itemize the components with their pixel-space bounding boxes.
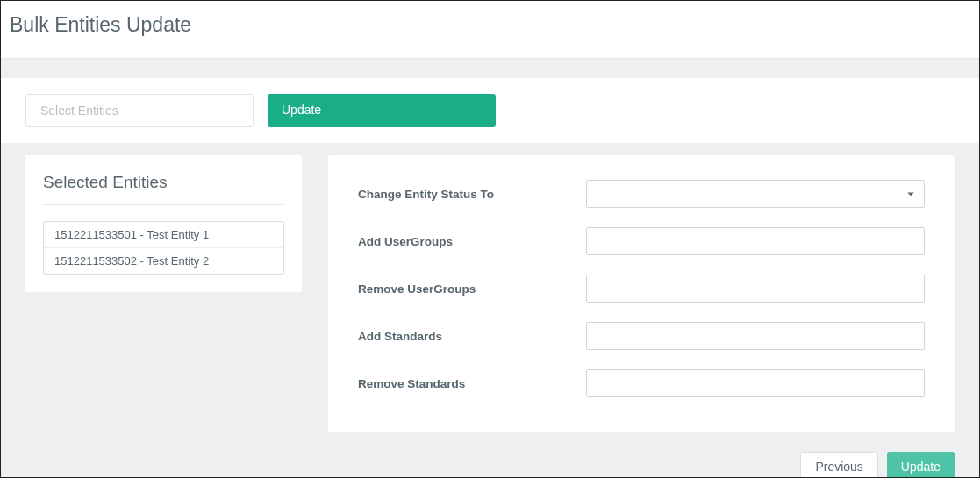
row-change-status: Change Entity Status To: [358, 180, 925, 208]
footer-actions: Previous Update: [1, 445, 979, 478]
tab-update[interactable]: Update: [268, 94, 496, 127]
field-remove-standards: [586, 369, 925, 397]
update-button[interactable]: Update: [887, 452, 955, 478]
content-area: Selected Entities 1512211533501 - Test E…: [1, 143, 979, 445]
field-add-usergroups: [586, 227, 925, 255]
entity-list: 1512211533501 - Test Entity 1 1512211533…: [43, 221, 284, 275]
page-header: Bulk Entities Update: [1, 1, 979, 59]
tab-select-entities[interactable]: Select Entities: [25, 94, 254, 127]
panel-divider: [43, 204, 284, 205]
field-change-status: [586, 180, 925, 208]
update-form-panel: Change Entity Status To Add UserGroups R…: [328, 155, 955, 432]
label-change-status: Change Entity Status To: [358, 188, 586, 201]
label-add-standards: Add Standards: [358, 330, 586, 343]
tabs-container: Select Entities Update: [25, 94, 955, 127]
row-remove-usergroups: Remove UserGroups: [358, 275, 925, 303]
label-remove-usergroups: Remove UserGroups: [358, 282, 586, 296]
list-item: 1512211533502 - Test Entity 2: [44, 248, 283, 274]
row-remove-standards: Remove Standards: [358, 369, 925, 397]
label-remove-standards: Remove Standards: [358, 377, 586, 390]
selected-entities-panel: Selected Entities 1512211533501 - Test E…: [25, 155, 302, 292]
row-add-usergroups: Add UserGroups: [358, 227, 925, 255]
field-add-standards: [586, 322, 925, 350]
add-usergroups-input[interactable]: [586, 227, 925, 255]
field-remove-usergroups: [586, 275, 925, 303]
label-add-usergroups: Add UserGroups: [358, 235, 586, 248]
selected-entities-title: Selected Entities: [43, 173, 284, 192]
row-add-standards: Add Standards: [358, 322, 925, 350]
separator-strip: [1, 59, 979, 78]
change-status-select[interactable]: [586, 180, 925, 208]
tabs-bar: Select Entities Update: [1, 78, 979, 143]
previous-button[interactable]: Previous: [800, 452, 877, 478]
remove-standards-input[interactable]: [586, 369, 925, 397]
list-item: 1512211533501 - Test Entity 1: [44, 222, 283, 248]
add-standards-input[interactable]: [586, 322, 925, 350]
remove-usergroups-input[interactable]: [586, 275, 925, 303]
page-title: Bulk Entities Update: [10, 13, 970, 37]
